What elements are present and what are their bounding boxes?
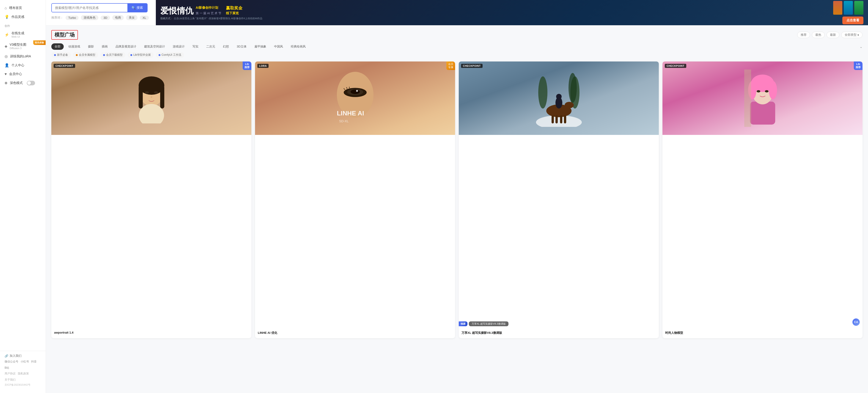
terms-link[interactable]: 用户协议 xyxy=(5,372,16,375)
cat-chinese[interactable]: 中国风 xyxy=(271,44,286,50)
svg-rect-3 xyxy=(138,86,143,109)
wechat-link[interactable]: 微信公众号 xyxy=(5,360,18,364)
cat-flat[interactable]: 扁平抽象 xyxy=(251,44,270,50)
sidebar-item-home[interactable]: ⌂ 哩布首页 xyxy=(0,4,45,12)
cat-anime[interactable]: 动漫游戏 xyxy=(65,44,84,50)
join-icon: 🔗 xyxy=(5,354,8,358)
sidebar-home-label: 哩布首页 xyxy=(9,6,22,10)
wanxiang-checkpoint-badge: CHECKPOINT xyxy=(461,64,483,68)
content-body: 模型广场 推荐 最热 最新 全部类型 ▾ 全部 动漫游戏 摄影 插画 品牌及视觉… xyxy=(46,25,868,393)
model-card-pink[interactable]: CHECKPOINT Lib推荐 CA 时尚人物模型 xyxy=(662,61,863,338)
suggest-3d[interactable]: 3D xyxy=(101,16,110,20)
banner-cta-button[interactable]: 点击查看 xyxy=(842,17,863,24)
sidebar-item-inspiration[interactable]: 💡 作品灵感 xyxy=(0,12,45,21)
about-link[interactable]: 关于我们 xyxy=(5,378,16,382)
sidebar-online-gen-sub: Web UI xyxy=(11,35,24,38)
sidebar-v3-sub: Diffusion 3 xyxy=(10,47,26,50)
douyin-link[interactable]: 抖音 xyxy=(31,360,37,364)
svg-point-11 xyxy=(350,89,360,94)
sort-recommend[interactable]: 推荐 xyxy=(797,32,810,38)
svg-point-36 xyxy=(756,90,760,92)
type-filter-dropdown[interactable]: 全部类型 ▾ xyxy=(841,32,863,38)
sidebar-item-train-lora[interactable]: ◎ 训练我的LoRA xyxy=(0,52,45,61)
online-gen-icon: ⚡ xyxy=(5,33,9,37)
sidebar-online-gen-label: 在线生成 xyxy=(11,31,24,35)
card-image-awportrait xyxy=(51,61,251,135)
xiaohongshu-link[interactable]: 小红书 xyxy=(21,360,29,364)
subfilter-beginner-label: 新手必备 xyxy=(57,53,68,57)
cat-realistic[interactable]: 写实 xyxy=(189,44,202,50)
banner: 爱恨情仇 AI影像创作计划 第 一 届 AI 艺 术 节 赢取奖金 线下展览 投… xyxy=(156,0,868,25)
card-image-wanxiang xyxy=(459,61,659,135)
subfilter-member-download[interactable]: 会员下载模型 xyxy=(100,52,125,58)
banner-main-text: 爱恨情仇 xyxy=(160,6,193,16)
banner-sub2: 第 一 届 AI 艺 术 节 xyxy=(196,11,221,16)
sidebar-train-lora-label: 训练我的LoRA xyxy=(10,54,31,58)
search-icon: 🔍 xyxy=(131,6,135,10)
cat-game[interactable]: 游戏设计 xyxy=(169,44,188,50)
search-button[interactable]: 🔍 搜索 xyxy=(127,4,147,12)
pink-name: 时尚人物模型 xyxy=(665,331,860,335)
join-us-button[interactable]: 🔗 加入我们 xyxy=(5,354,41,358)
cat-3d[interactable]: 3D立体 xyxy=(234,44,250,50)
sidebar-item-membership[interactable]: ♥ 会员中心 xyxy=(0,70,45,79)
suggest-turbo[interactable]: Turbo xyxy=(65,16,79,20)
suggest-beauty[interactable]: 美女 xyxy=(126,15,137,20)
sidebar-item-v3[interactable]: ◈ V3模型生图 Diffusion 3 抢先体验 xyxy=(0,40,45,52)
search-input[interactable] xyxy=(52,4,127,11)
dark-mode-row: ⚙ 深色模式 xyxy=(0,79,45,88)
linhe-member-badge: 会员专属 xyxy=(446,61,455,70)
cat-2d[interactable]: 二次元 xyxy=(203,44,218,50)
cat-photo[interactable]: 摄影 xyxy=(85,44,97,50)
banner-contrib: 投稿方式： 点击Lib首页右上角 "发布图片" -添加标签#爱恨情仇·AI影像创… xyxy=(160,17,262,20)
suggest-game-char[interactable]: 游戏角色 xyxy=(81,15,98,20)
privacy-link[interactable]: 隐私政策 xyxy=(18,372,29,375)
sidebar-personal-label: 个人中心 xyxy=(11,63,24,67)
subfilter-comfyui-label: ComfyUI 工作流 xyxy=(161,53,181,57)
banner-sub1: AI影像创作计划 xyxy=(196,6,221,10)
model-card-awportrait[interactable]: CHECKPOINT Lib推荐 awportrait 1.4 xyxy=(51,61,251,338)
subfilter-member-download-label: 会员下载模型 xyxy=(106,53,123,57)
sub-filter-row: 新手必备 会员专属模型 会员下载模型 Lib学院毕业展 ComfyUI 工作流 xyxy=(51,52,863,58)
suggest-ecommerce[interactable]: 电商 xyxy=(112,15,124,20)
sidebar-item-online-gen[interactable]: ⚡ 在线生成 Web UI xyxy=(0,29,45,40)
cat-classic[interactable]: 经典绘画风 xyxy=(287,44,309,50)
train-lora-icon: ◎ xyxy=(5,54,8,58)
subfilter-comfyui[interactable]: ComfyUI 工作流 xyxy=(156,52,184,58)
pink-checkpoint-badge: CHECKPOINT xyxy=(665,64,686,68)
svg-rect-30 xyxy=(750,102,775,124)
cat-brand[interactable]: 品牌及视觉设计 xyxy=(112,44,140,50)
svg-point-6 xyxy=(154,91,158,93)
search-box: 🔍 搜索 xyxy=(51,3,148,12)
sidebar-item-personal[interactable]: 👤 个人中心 xyxy=(0,61,45,70)
svg-line-15 xyxy=(349,87,349,88)
svg-point-37 xyxy=(765,90,769,92)
wanxiang-name: 万享XL 超写实摄影V8.3微调版 xyxy=(462,331,656,335)
svg-point-5 xyxy=(145,91,149,93)
search-button-label: 搜索 xyxy=(136,6,143,10)
category-expand-icon[interactable]: ⌄ xyxy=(860,45,863,49)
cat-illustration[interactable]: 插画 xyxy=(98,44,111,50)
dark-mode-label: 深色模式 xyxy=(10,81,23,85)
model-card-linhe[interactable]: LINHE AI SD-XL LORA 会员专属 LINHE AI 优化 xyxy=(255,61,455,338)
cat-architecture[interactable]: 建筑及空间设计 xyxy=(141,44,168,50)
bilibili-link[interactable]: B站 xyxy=(5,366,9,370)
sort-new[interactable]: 最新 xyxy=(827,32,839,38)
subfilter-beginner[interactable]: 新手必备 xyxy=(51,52,71,58)
model-grid: CHECKPOINT Lib推荐 awportrait 1.4 xyxy=(51,61,863,338)
sort-hot[interactable]: 最热 xyxy=(812,32,825,38)
icp-number: 京ICP备2023015442号 xyxy=(5,383,41,387)
svg-rect-24 xyxy=(552,115,554,123)
subfilter-member-exclusive[interactable]: 会员专属模型 xyxy=(73,52,98,58)
dark-mode-toggle[interactable] xyxy=(27,81,35,85)
linhe-svg: LINHE AI SD-XL xyxy=(332,69,378,127)
pink-svg xyxy=(744,69,781,127)
cat-fantasy[interactable]: 幻想 xyxy=(220,44,232,50)
svg-text:SD-XL: SD-XL xyxy=(339,119,348,123)
wanxiang-svg xyxy=(536,69,582,127)
model-card-wanxiang[interactable]: CHECKPOINT 独家 万享XL 超写实摄影V8.3微调版 万享XL 超写实… xyxy=(459,61,659,338)
subfilter-lib-grad[interactable]: Lib学院毕业展 xyxy=(128,52,154,58)
suggest-xl[interactable]: XL xyxy=(140,16,149,20)
cat-all[interactable]: 全部 xyxy=(51,44,64,50)
portrait-svg xyxy=(133,73,170,123)
